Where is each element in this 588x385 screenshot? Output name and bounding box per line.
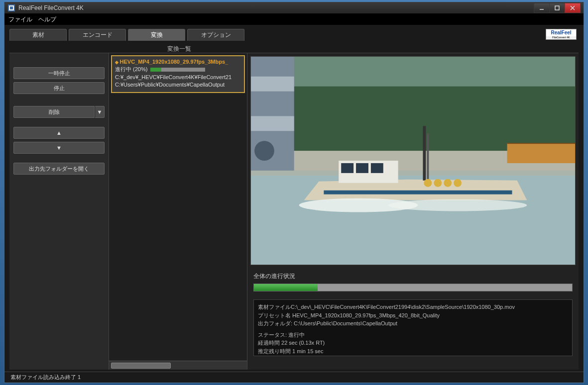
svg-point-22 — [434, 179, 442, 187]
svg-rect-17 — [356, 163, 368, 173]
detail-output: 出力フォルダ: C:\Users\Public\Documents\Capell… — [258, 319, 568, 328]
close-button[interactable] — [565, 3, 581, 13]
tabs: 素材 エンコード 変換 オプション — [9, 29, 244, 41]
svg-rect-4 — [555, 6, 559, 10]
detail-status: ステータス: 進行中 — [258, 331, 568, 339]
overall-progress-section: 全体の進行状況 — [247, 267, 579, 299]
brand-sub: FileConvert 4K — [546, 36, 576, 39]
svg-rect-29 — [251, 116, 294, 131]
task-dst-path: C:¥Users¥Public¥Documents¥CapellaOutput — [115, 81, 241, 89]
tab-material[interactable]: 素材 — [9, 29, 67, 41]
maximize-button[interactable] — [549, 3, 565, 13]
task-item[interactable]: HEVC_MP4_1920x1080_29.97fps_3Mbps_ 進行中 (… — [111, 55, 245, 93]
move-up-button[interactable]: ▲ — [13, 127, 105, 139]
pause-button[interactable]: 一時停止 — [13, 67, 105, 79]
brand-logo: RealFeel FileConvert 4K — [546, 29, 577, 40]
app-window: RealFeel FileConvert 4K ファイル ヘルプ 素材 エンコー… — [4, 2, 584, 383]
tab-option[interactable]: オプション — [187, 29, 244, 41]
svg-rect-16 — [341, 163, 353, 173]
menu-help[interactable]: ヘルプ — [38, 15, 56, 24]
svg-rect-2 — [10, 6, 13, 9]
task-title: HEVC_MP4_1920x1080_29.97fps_3Mbps_ — [115, 58, 241, 66]
detail-remaining: 推定残り時間 1 min 15 sec — [258, 347, 568, 356]
tab-convert[interactable]: 変換 — [128, 29, 185, 41]
detail-elapsed: 経過時間 22 sec (0.13x RT) — [258, 339, 568, 347]
scrollbar-thumb[interactable] — [111, 363, 171, 369]
svg-rect-18 — [371, 163, 383, 173]
brand-top: RealFeel — [546, 30, 576, 35]
overall-progress-bar — [253, 284, 573, 291]
details-panel: 素材ファイルC:\_dev\_HEVC\FileConvert4K\FileCo… — [253, 299, 573, 356]
svg-point-30 — [254, 141, 274, 161]
svg-rect-12 — [507, 143, 575, 163]
open-output-button[interactable]: 出力先フォルダーを開く — [13, 163, 105, 175]
stop-button[interactable]: 停止 — [13, 82, 105, 94]
svg-point-26 — [388, 199, 527, 211]
sidebar: 一時停止 停止 削除 ▼ ▲ ▼ 出力先フォルダーを開く — [9, 53, 109, 370]
app-icon — [7, 4, 15, 12]
detail-source: 素材ファイルC:\_dev\_HEVC\FileConvert4K\FileCo… — [258, 303, 568, 311]
menubar: ファイル ヘルプ — [4, 14, 584, 25]
content-area: 素材 エンコード 変換 オプション RealFeel FileConvert 4… — [4, 25, 584, 383]
svg-rect-14 — [324, 191, 512, 194]
svg-point-23 — [444, 179, 452, 187]
detail-preset: プリセット名 HEVC_MP4_1920x1080_29.97fps_3Mbps… — [258, 311, 568, 320]
task-state: 進行中 (20%) — [115, 66, 147, 73]
statusbar: 素材ファイル読み込み終了 1 — [4, 372, 584, 383]
titlebar: RealFeel FileConvert 4K — [4, 2, 584, 14]
list-scrollbar[interactable] — [109, 361, 247, 370]
delete-button[interactable]: 削除 — [13, 106, 95, 118]
task-src-path: C:¥_dev¥_HEVC¥FileConvert4K¥FileConvert2… — [115, 74, 241, 81]
svg-rect-20 — [427, 133, 429, 181]
chevron-down-icon: ▼ — [97, 109, 103, 115]
svg-point-21 — [424, 179, 432, 187]
triangle-down-icon: ▼ — [56, 145, 62, 151]
triangle-up-icon: ▲ — [56, 130, 62, 136]
svg-point-24 — [454, 179, 462, 187]
window-title: RealFeel FileConvert 4K — [18, 4, 84, 11]
overall-progress-label: 全体の進行状況 — [253, 272, 573, 281]
svg-rect-28 — [251, 77, 294, 92]
task-list-column: HEVC_MP4_1920x1080_29.97fps_3Mbps_ 進行中 (… — [109, 53, 247, 370]
detail-total: 合計推定時間：1 min 45 sec — [258, 355, 568, 356]
video-preview — [250, 56, 576, 265]
minimize-button[interactable] — [534, 3, 550, 13]
tab-encode[interactable]: エンコード — [69, 29, 126, 41]
task-progress-bar — [150, 68, 205, 72]
topbar: 素材 エンコード 変換 オプション RealFeel FileConvert 4… — [4, 25, 584, 41]
menu-file[interactable]: ファイル — [8, 15, 32, 24]
svg-rect-19 — [423, 126, 426, 180]
statusbar-text: 素材ファイル読み込み終了 1 — [10, 374, 81, 381]
move-down-button[interactable]: ▼ — [13, 142, 105, 154]
delete-dropdown[interactable]: ▼ — [95, 106, 105, 118]
right-column: 全体の進行状況 素材ファイルC:\_dev\_HEVC\FileConvert4… — [247, 53, 579, 370]
